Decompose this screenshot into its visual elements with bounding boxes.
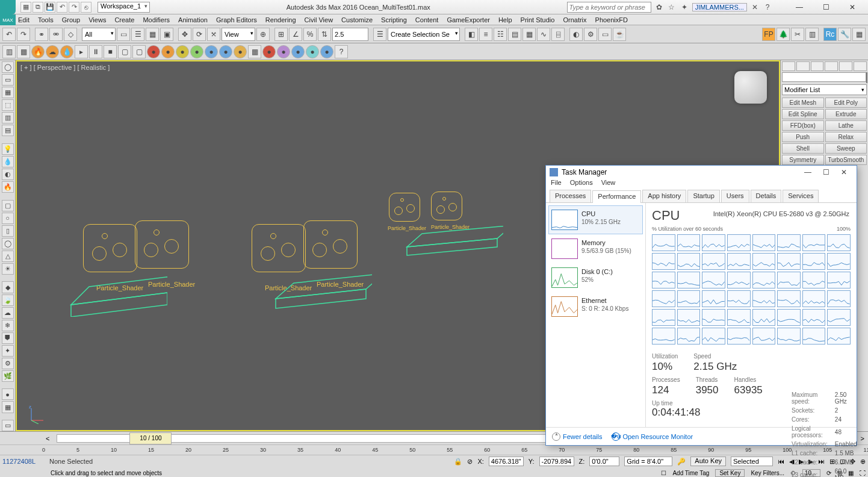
window-crossing-icon[interactable]: ▣ xyxy=(160,28,173,41)
named-selection-dropdown[interactable]: Create Selection Se xyxy=(388,28,460,41)
layer-explorer-icon[interactable]: ▤ xyxy=(508,28,521,41)
lt-2-icon[interactable]: ▭ xyxy=(2,74,14,86)
menu-customize[interactable]: Customize xyxy=(341,16,373,23)
render-icon[interactable]: ☕ xyxy=(613,28,626,41)
tb2-help-icon[interactable]: ? xyxy=(335,45,348,58)
mirror-icon[interactable]: ◧ xyxy=(465,28,478,41)
render-frame-icon[interactable]: ▭ xyxy=(598,28,612,41)
tb2-liquid-icon[interactable]: 💧 xyxy=(60,45,73,58)
lt-leaf-icon[interactable]: 🍃 xyxy=(2,295,14,306)
tab-create-icon[interactable] xyxy=(782,61,795,71)
angle-snap-icon[interactable]: ∠ xyxy=(289,28,302,41)
workspace-dropdown[interactable]: Workspace_1 xyxy=(98,2,150,13)
tb2-17-icon[interactable]: ▦ xyxy=(248,45,261,58)
menu-civil-view[interactable]: Civil View xyxy=(305,16,333,23)
qat-new-icon[interactable]: ▦ xyxy=(20,2,31,13)
lt-cone-icon[interactable]: △ xyxy=(2,251,14,262)
unlink-icon[interactable]: ⚮ xyxy=(49,28,63,41)
material-editor-icon[interactable]: ◐ xyxy=(569,28,583,41)
snap-icon[interactable]: ⊞ xyxy=(274,28,288,41)
menu-animation[interactable]: Animation xyxy=(178,16,208,23)
add-time-tag[interactable]: Add Time Tag xyxy=(672,470,709,476)
tb2-y-icon[interactable]: ● xyxy=(176,45,189,58)
tb2-pause-icon[interactable]: ⏸ xyxy=(89,45,102,58)
tb2-fire-icon[interactable]: 🔥 xyxy=(31,45,45,58)
tb2-r2-icon[interactable]: ● xyxy=(262,45,276,58)
lt-flame-icon[interactable]: 🔥 xyxy=(2,181,14,193)
keyfilters-button[interactable]: Key Filters... xyxy=(751,470,784,476)
lt-gear-icon[interactable]: ⚙ xyxy=(2,358,14,369)
menu-edit[interactable]: Edit xyxy=(18,16,29,23)
time-ruler[interactable]: 0510152025303540455055606570758085909510… xyxy=(0,444,868,455)
lt-star-icon[interactable]: ✦ xyxy=(2,345,14,357)
modifier-shell[interactable]: Shell xyxy=(782,143,824,154)
grid-plugin-icon[interactable]: ▦ xyxy=(852,28,866,41)
exchange-icon[interactable]: ✦ xyxy=(679,2,690,13)
lt-grid-icon[interactable]: ▦ xyxy=(2,401,14,413)
modifier-turbosmooth[interactable]: TurboSmooth xyxy=(825,155,867,165)
wrench-icon[interactable]: 🔧 xyxy=(838,28,851,41)
app-logo-icon[interactable] xyxy=(0,0,16,14)
resource-monitor-link[interactable]: Open Resource Monitor xyxy=(622,432,693,440)
modifier-list-dropdown[interactable]: Modifier List xyxy=(782,84,867,95)
lt-x-icon[interactable]: ▭ xyxy=(2,420,14,431)
help-search-input[interactable] xyxy=(567,2,651,13)
percent-snap-icon[interactable]: % xyxy=(303,28,317,41)
modifier-extrude[interactable]: Extrude xyxy=(825,109,867,119)
menu-print-studio[interactable]: Print Studio xyxy=(521,16,555,23)
time-slider-thumb[interactable]: 10 / 100 xyxy=(129,432,172,444)
lt-4-icon[interactable]: ⬚ xyxy=(2,99,14,111)
tab-utilities-icon[interactable] xyxy=(854,61,867,71)
help-icon[interactable]: ? xyxy=(762,2,773,13)
tb2-red-icon[interactable]: ● xyxy=(147,45,160,58)
tab-hierarchy-icon[interactable] xyxy=(811,61,824,71)
tb2-cube1-icon[interactable]: ▢ xyxy=(118,45,131,58)
qat-save-icon[interactable]: 💾 xyxy=(45,2,55,13)
tm-side-cpu[interactable]: CPU10% 2.15 GHz xyxy=(548,205,643,234)
isolate-icon[interactable]: ⊘ xyxy=(467,458,473,466)
fewer-details-link[interactable]: Fewer details xyxy=(563,432,602,440)
spinner-snap-icon[interactable]: ⇅ xyxy=(318,28,331,41)
undo-icon[interactable]: ↶ xyxy=(2,28,16,41)
lt-shield-icon[interactable]: ⛊ xyxy=(2,332,14,344)
tm-maximize-button[interactable]: ☐ xyxy=(817,168,835,176)
menu-phoenixfd[interactable]: PhoenixFD xyxy=(595,16,628,23)
rc-plugin-icon[interactable]: Rc xyxy=(823,28,837,41)
tb2-o2-icon[interactable]: ● xyxy=(161,45,175,58)
menu-help[interactable]: Help xyxy=(498,16,512,23)
tb2-b1-icon[interactable]: ● xyxy=(205,45,218,58)
spinner-input[interactable] xyxy=(332,28,368,41)
align-icon[interactable]: ≡ xyxy=(479,28,492,41)
lt-rock-icon[interactable]: ◆ xyxy=(2,281,14,293)
lt-5-icon[interactable]: ▥ xyxy=(2,112,14,123)
select-icon[interactable]: ▭ xyxy=(117,28,130,41)
viewport-label[interactable]: [ + ] [ Perspective ] [ Realistic ] xyxy=(20,64,110,71)
menu-views[interactable]: Views xyxy=(88,16,106,23)
modifier-symmetry[interactable]: Symmetry xyxy=(782,155,824,165)
menu-create[interactable]: Create xyxy=(114,16,134,23)
task-manager-window[interactable]: Task Manager — ☐ ✕ FileOptionsView Proce… xyxy=(545,165,857,446)
tm-minimize-button[interactable]: — xyxy=(799,168,817,176)
chevron-up-icon[interactable]: ˄ xyxy=(552,432,560,441)
menu-modifiers[interactable]: Modifiers xyxy=(143,16,170,23)
layers-icon[interactable]: ☷ xyxy=(494,28,507,41)
tb2-p-icon[interactable]: ● xyxy=(277,45,290,58)
modifier-edit-poly[interactable]: Edit Poly xyxy=(825,98,867,108)
named-sel-icon[interactable]: ☰ xyxy=(373,28,386,41)
tm-tab-processes[interactable]: Processes xyxy=(550,190,591,202)
tm-titlebar[interactable]: Task Manager — ☐ ✕ xyxy=(546,166,857,179)
tb2-b4-icon[interactable]: ● xyxy=(320,45,333,58)
select-name-icon[interactable]: ☰ xyxy=(131,28,144,41)
lt-cyl-icon[interactable]: ▯ xyxy=(2,225,14,237)
tm-menu-view[interactable]: View xyxy=(601,179,616,190)
lt-shader-icon[interactable]: ◐ xyxy=(2,169,14,180)
z-field[interactable]: 0'0.0" xyxy=(589,457,619,466)
lock-icon[interactable]: 🔒 xyxy=(454,458,462,466)
tb2-amber-icon[interactable]: ● xyxy=(234,45,247,58)
minimize-button[interactable]: — xyxy=(786,0,813,14)
tab-motion-icon[interactable] xyxy=(825,61,838,71)
user-chip[interactable]: JIMLAMMERS... xyxy=(692,3,747,11)
close-button[interactable]: ✕ xyxy=(839,0,866,14)
maximize-button[interactable]: ☐ xyxy=(813,0,839,14)
tb2-cyan-icon[interactable]: ● xyxy=(306,45,319,58)
